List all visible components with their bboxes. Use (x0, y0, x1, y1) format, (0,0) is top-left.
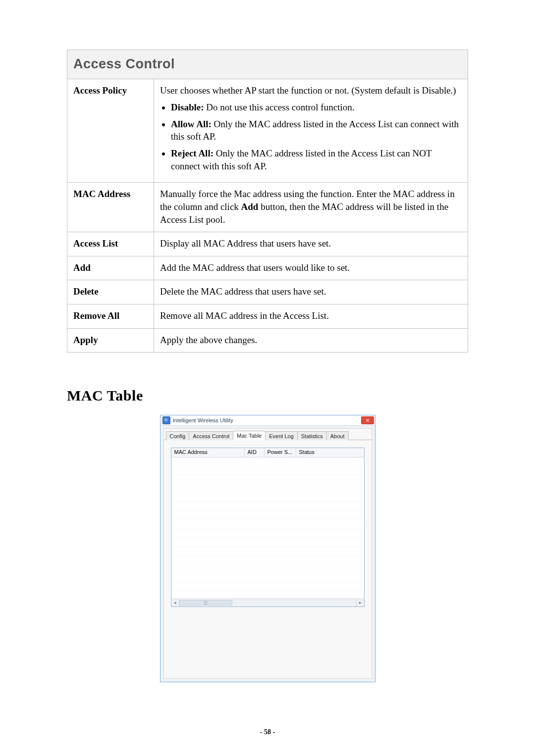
col-aid[interactable]: AID (245, 448, 265, 457)
app-icon (162, 416, 170, 424)
window-titlebar: Intelligent Wireless Utility (160, 415, 375, 426)
row-delete: Delete Delete the MAC address that users… (67, 280, 468, 304)
bullet-allow-all: Allow All: Only the MAC address listed i… (171, 118, 462, 143)
col-status[interactable]: Status (296, 448, 364, 457)
row-access-list: Access List Display all MAC Address that… (67, 232, 468, 256)
label-remove-all: Remove All (67, 304, 154, 329)
tab-strip: Config Access Control Mac Table Event Lo… (164, 429, 372, 440)
bullet-disable: Disable: Do not use this access control … (171, 101, 462, 114)
horizontal-scrollbar[interactable]: ◂ ▸ (171, 599, 364, 606)
desc-mac-address: Manually force the Mac address using the… (154, 183, 468, 232)
mac-table-heading: MAC Table (67, 387, 468, 404)
wireless-utility-window: Intelligent Wireless Utility Config Acce… (160, 415, 375, 682)
scroll-track[interactable] (179, 599, 356, 606)
col-power-s[interactable]: Power S... (265, 448, 296, 457)
document-page: Access Control Access Policy User choose… (0, 0, 535, 756)
scroll-right-icon[interactable]: ▸ (356, 599, 364, 606)
desc-access-list: Display all MAC Address that users have … (154, 232, 468, 256)
access-control-header-cell: Access Control (67, 50, 468, 79)
label-delete: Delete (67, 280, 154, 304)
list-rows-empty (171, 457, 364, 600)
scroll-thumb[interactable] (179, 600, 232, 605)
row-access-policy: Access Policy User chooses whether AP st… (67, 79, 468, 183)
scroll-left-icon[interactable]: ◂ (171, 599, 179, 606)
mac-list-view[interactable]: MAC Address AID Power S... Status ◂ (171, 448, 365, 607)
window-title-area: Intelligent Wireless Utility (162, 416, 233, 424)
tab-config[interactable]: Config (166, 431, 190, 440)
desc-delete: Delete the MAC address that users have s… (154, 280, 468, 304)
tab-mac-table[interactable]: Mac Table (233, 431, 266, 440)
page-number: - 58 - (0, 728, 535, 736)
label-apply: Apply (67, 328, 154, 353)
desc-access-policy-intro: User chooses whether AP start the functi… (160, 85, 456, 96)
tab-event-log[interactable]: Event Log (265, 431, 298, 440)
access-control-title: Access Control (73, 56, 175, 71)
desc-apply: Apply the above changes. (154, 328, 468, 353)
screenshot-wrapper: Intelligent Wireless Utility Config Acce… (67, 415, 468, 682)
desc-add: Add the MAC address that users would lik… (154, 256, 468, 280)
access-policy-bullets: Disable: Do not use this access control … (160, 101, 462, 172)
tab-about[interactable]: About (326, 431, 349, 440)
label-mac-address: MAC Address (67, 183, 154, 232)
access-control-table: Access Control Access Policy User choose… (67, 50, 468, 353)
row-remove-all: Remove All Remove all MAC address in the… (67, 304, 468, 329)
row-mac-address: MAC Address Manually force the Mac addre… (67, 183, 468, 232)
row-apply: Apply Apply the above changes. (67, 328, 468, 353)
desc-remove-all: Remove all MAC address in the Access Lis… (154, 304, 468, 329)
list-header: MAC Address AID Power S... Status (171, 448, 364, 457)
close-icon[interactable] (361, 416, 374, 424)
tab-statistics[interactable]: Statistics (297, 431, 327, 440)
label-access-policy: Access Policy (67, 79, 154, 183)
label-access-list: Access List (67, 232, 154, 256)
window-title: Intelligent Wireless Utility (173, 417, 233, 423)
col-mac-address[interactable]: MAC Address (171, 448, 245, 457)
bullet-reject-all: Reject All: Only the MAC address listed … (171, 147, 462, 172)
tab-access-control[interactable]: Access Control (189, 431, 233, 440)
row-add: Add Add the MAC address that users would… (67, 256, 468, 280)
scroll-grip-icon (204, 601, 208, 605)
desc-access-policy: User chooses whether AP start the functi… (154, 79, 468, 183)
window-body: Config Access Control Mac Table Event Lo… (163, 428, 372, 679)
label-add: Add (67, 256, 154, 280)
